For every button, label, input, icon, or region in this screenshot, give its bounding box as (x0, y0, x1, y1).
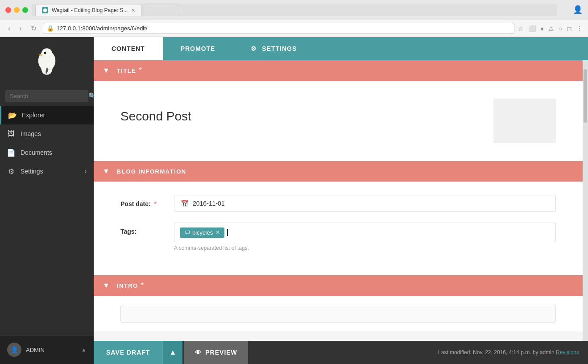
tab-settings[interactable]: ⚙ SETTINGS (233, 37, 315, 60)
content-area: ▼ TITLE * (94, 60, 588, 341)
save-draft-label: SAVE DRAFT (106, 349, 150, 356)
post-date-label: Post date: * (120, 195, 174, 207)
scrollbar[interactable] (583, 60, 588, 341)
sidebar-item-images[interactable]: 🖼 Images (0, 124, 94, 143)
revisions-link[interactable]: Revisions (556, 349, 579, 356)
reload-button[interactable]: ↻ (28, 23, 39, 33)
last-modified-text: Last modified: Nov. 22, 2016, 4:14 p.m. … (438, 349, 555, 356)
sidebar-item-settings-label: Settings (21, 168, 43, 175)
browser-chrome: Wagtail - Editing Blog Page: S... ✕ 👤 ‹ … (0, 0, 588, 37)
sidebar: 🔍 📂 Explorer 🖼 Images 📄 Documents ⚙ Sett… (0, 37, 94, 364)
tags-label: Tags: (120, 223, 174, 235)
new-tab-button[interactable] (144, 4, 179, 16)
tags-hint: A comma-separated list of tags. (174, 245, 556, 251)
post-date-input[interactable]: 📅 2016-11-01 (174, 195, 556, 212)
sidebar-item-images-label: Images (21, 130, 41, 137)
avatar-icon: 👤 (11, 346, 18, 353)
share-icon[interactable]: ◻ (567, 25, 572, 32)
post-date-required-star: * (154, 200, 157, 207)
avatar[interactable]: 👤 (7, 343, 21, 357)
alert-icon[interactable]: ⚠ (548, 25, 554, 32)
blog-info-content: Post date: * 📅 2016-11-01 (94, 182, 583, 275)
minimize-dot[interactable] (14, 7, 20, 13)
search-box[interactable]: 🔍 (5, 90, 88, 102)
search-input[interactable] (10, 93, 85, 99)
intro-section-header: ▼ INTRO * (94, 275, 583, 296)
post-date-label-text: Post date: (120, 200, 151, 207)
tab-promote[interactable]: PROMOTE (163, 37, 233, 60)
sidebar-item-settings[interactable]: ⚙ Settings › (0, 162, 94, 181)
explorer-icon: 📂 (8, 111, 17, 119)
title-section: ▼ TITLE * (94, 60, 583, 161)
profile-icon[interactable]: ♦ (540, 25, 543, 32)
title-toggle-button[interactable]: ▼ (103, 66, 110, 74)
title-section-label: TITLE (117, 67, 137, 74)
title-section-header: ▼ TITLE * (94, 60, 583, 81)
url-text: 127.0.0.1:8000/admin/pages/6/edit/ (57, 25, 511, 32)
browser-toolbar: ‹ › ↻ 🔒 127.0.0.1:8000/admin/pages/6/edi… (0, 20, 588, 37)
opera-icon[interactable]: ○ (559, 25, 562, 32)
sidebar-item-documents[interactable]: 📄 Documents (0, 143, 94, 162)
url-bar[interactable]: 🔒 127.0.0.1:8000/admin/pages/6/edit/ (43, 23, 515, 34)
close-dot[interactable] (5, 7, 11, 13)
tags-row: Tags: 🏷 bicycles ✕ (120, 223, 556, 251)
bottom-status: Last modified: Nov. 22, 2016, 4:14 p.m. … (248, 349, 588, 356)
browser-toolbar-icons: ☆ ⬜ ♦ ⚠ ○ ◻ ⋮ (518, 25, 583, 32)
tag-text: bicycles (192, 229, 213, 236)
svg-point-0 (43, 8, 47, 12)
blog-info-toggle-button[interactable]: ▼ (103, 167, 110, 175)
tab-close-button[interactable]: ✕ (131, 8, 135, 13)
intro-content-area (94, 296, 583, 331)
intro-input[interactable] (120, 305, 556, 323)
post-date-value: 2016-11-01 (193, 200, 225, 207)
scrollbar-thumb[interactable] (584, 69, 587, 123)
sidebar-search: 🔍 (0, 86, 94, 106)
images-icon: 🖼 (7, 130, 15, 138)
bookmark-icon[interactable]: ☆ (518, 25, 524, 32)
svg-point-2 (41, 48, 53, 59)
sidebar-footer: 👤 ADMIN ▲ (0, 335, 94, 364)
browser-tab[interactable]: Wagtail - Editing Blog Page: S... ✕ (35, 4, 142, 16)
back-button[interactable]: ‹ (5, 24, 13, 33)
intro-section-label: INTRO (117, 282, 138, 289)
eye-icon: 👁 (195, 349, 202, 356)
menu-icon[interactable]: ⋮ (576, 25, 583, 32)
title-required-star: * (139, 66, 141, 74)
tab-settings-label: SETTINGS (262, 45, 297, 52)
forward-button[interactable]: › (17, 24, 24, 33)
post-date-control: 📅 2016-11-01 (174, 195, 556, 212)
tab-title: Wagtail - Editing Blog Page: S... (52, 7, 128, 13)
tag-remove-button[interactable]: ✕ (215, 229, 220, 236)
tab-content[interactable]: CONTENT (94, 37, 163, 60)
main-content: CONTENT PROMOTE ⚙ SETTINGS ▼ TITLE * (94, 37, 588, 364)
tab-promote-label: PROMOTE (181, 45, 215, 52)
wagtail-logo (31, 46, 62, 77)
bottom-bar: SAVE DRAFT ▲ 👁 PREVIEW Last modified: No… (94, 341, 588, 364)
maximize-dot[interactable] (22, 7, 28, 13)
blog-info-section-label: BLOG INFORMATION (117, 168, 186, 175)
tag-bicycles: 🏷 bicycles ✕ (180, 228, 224, 238)
title-input-area (94, 81, 583, 161)
cast-icon[interactable]: ⬜ (528, 25, 536, 32)
app-layout: 🔍 📂 Explorer 🖼 Images 📄 Documents ⚙ Sett… (0, 37, 588, 364)
save-draft-expand-button[interactable]: ▲ (162, 341, 182, 364)
settings-icon: ⚙ (7, 167, 15, 175)
tag-icon: 🏷 (184, 229, 190, 236)
sidebar-item-explorer[interactable]: 📂 Explorer (0, 106, 94, 124)
sidebar-item-explorer-label: Explorer (22, 112, 45, 119)
user-icon: 👤 (573, 5, 583, 15)
settings-arrow-icon: › (85, 168, 87, 174)
sidebar-nav: 📂 Explorer 🖼 Images 📄 Documents ⚙ Settin… (0, 106, 94, 335)
chevron-up-save-icon: ▲ (169, 348, 176, 356)
chevron-up-icon[interactable]: ▲ (81, 347, 87, 353)
tags-input[interactable]: 🏷 bicycles ✕ (174, 223, 556, 242)
preview-button[interactable]: 👁 PREVIEW (184, 341, 248, 364)
title-input[interactable] (120, 99, 484, 134)
intro-toggle-button[interactable]: ▼ (103, 281, 110, 290)
save-draft-button[interactable]: SAVE DRAFT (94, 341, 162, 364)
admin-label: ADMIN (26, 347, 77, 353)
tags-label-text: Tags: (120, 228, 137, 235)
calendar-icon: 📅 (181, 200, 188, 207)
tabs-bar: CONTENT PROMOTE ⚙ SETTINGS (94, 37, 588, 60)
documents-icon: 📄 (7, 149, 15, 157)
